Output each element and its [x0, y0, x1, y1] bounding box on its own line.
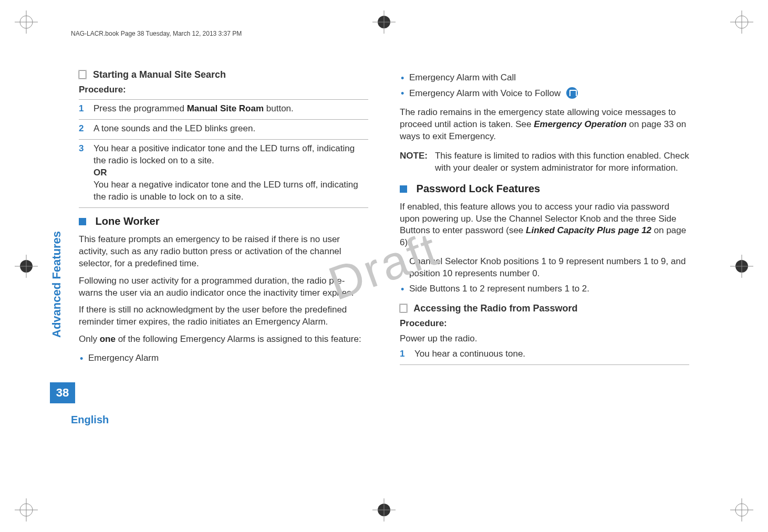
heading-password-lock: Password Lock Features	[400, 182, 689, 196]
heading-text: Password Lock Features	[417, 183, 541, 194]
procedure-steps: 1 Press the programmed Manual Site Roam …	[79, 99, 368, 208]
step-number: 2	[79, 123, 84, 135]
body-text: Following no user activity for a program…	[79, 275, 368, 299]
step-text: You hear a negative indicator tone and t…	[94, 180, 358, 202]
procedure-label: Procedure:	[79, 84, 368, 96]
step-text: You hear a continuous tone.	[414, 349, 525, 359]
heading-accessing-radio: Accessing the Radio from Password	[400, 302, 689, 315]
step-number: 1	[400, 348, 404, 360]
note-text: This feature is limited to radios with t…	[435, 150, 689, 174]
list-item-text: Emergency Alarm with Voice to Follow	[409, 88, 561, 98]
list-item: Emergency Alarm	[79, 351, 368, 366]
body-text: This feature prompts an emergency to be …	[79, 234, 368, 270]
square-bullet-icon	[79, 218, 86, 225]
step-text: You hear a positive indicator tone and t…	[94, 143, 355, 165]
list-item: Emergency Alarm with Call	[400, 70, 689, 86]
procedure-steps: 1 You hear a continuous tone.	[400, 345, 689, 365]
page-content: Starting a Manual Site Search Procedure:…	[79, 68, 689, 370]
crop-mark-icon	[15, 11, 38, 34]
page-number: 38	[50, 382, 75, 403]
left-column: Starting a Manual Site Search Procedure:…	[79, 68, 368, 370]
page-icon	[400, 304, 407, 312]
body-text: Only one of the following Emergency Alar…	[79, 333, 368, 346]
page-header: NAG-LACR.book Page 38 Tuesday, March 12,…	[71, 30, 242, 37]
alarm-list-continued: Emergency Alarm with Call Emergency Alar…	[400, 70, 689, 101]
crop-mark-icon	[15, 255, 38, 278]
procedure-label: Procedure:	[400, 318, 689, 330]
step-3: 3 You hear a positive indicator tone and…	[79, 140, 368, 208]
list-item: Channel Selector Knob positions 1 to 9 r…	[400, 254, 689, 281]
body-text: If there is still no acknowledgment by t…	[79, 304, 368, 328]
heading-text: Lone Worker	[96, 215, 160, 227]
step-text: Press the programmed Manual Site Roam bu…	[94, 103, 294, 113]
page-icon	[79, 70, 86, 79]
language-label: English	[71, 414, 109, 426]
heading-text: Starting a Manual Site Search	[93, 69, 226, 80]
body-text: The radio remains in the emergency state…	[400, 107, 689, 143]
square-bullet-icon	[400, 185, 407, 193]
note-label: NOTE:	[400, 150, 428, 174]
crop-mark-icon	[730, 11, 753, 34]
alarm-list: Emergency Alarm	[79, 351, 368, 366]
heading-manual-site-search: Starting a Manual Site Search	[79, 68, 368, 81]
heading-text: Accessing the Radio from Password	[413, 303, 577, 314]
voice-follow-icon	[566, 87, 578, 99]
list-item: Emergency Alarm with Voice to Follow	[400, 86, 689, 101]
crop-mark-icon	[372, 11, 396, 34]
crop-mark-icon	[730, 498, 753, 521]
step-1: 1 You hear a continuous tone.	[400, 345, 689, 365]
step-2: 2 A tone sounds and the LED blinks green…	[79, 120, 368, 140]
right-column: Emergency Alarm with Call Emergency Alar…	[400, 68, 689, 370]
password-hints: Channel Selector Knob positions 1 to 9 r…	[400, 254, 689, 297]
body-text: If enabled, this feature allows you to a…	[400, 201, 689, 249]
crop-mark-icon	[730, 255, 753, 278]
step-1: 1 Press the programmed Manual Site Roam …	[79, 99, 368, 120]
procedure-subtext: Power up the radio.	[400, 333, 689, 345]
or-label: OR	[94, 168, 107, 178]
step-text: A tone sounds and the LED blinks green.	[94, 123, 255, 133]
step-number: 3	[79, 143, 84, 155]
crop-mark-icon	[15, 498, 38, 521]
crop-mark-icon	[372, 498, 396, 521]
list-item: Side Buttons 1 to 2 represent numbers 1 …	[400, 281, 689, 297]
step-number: 1	[79, 103, 84, 115]
note-block: NOTE: This feature is limited to radios …	[400, 150, 689, 174]
section-tab: Advanced Features	[50, 231, 64, 338]
heading-lone-worker: Lone Worker	[79, 214, 368, 228]
